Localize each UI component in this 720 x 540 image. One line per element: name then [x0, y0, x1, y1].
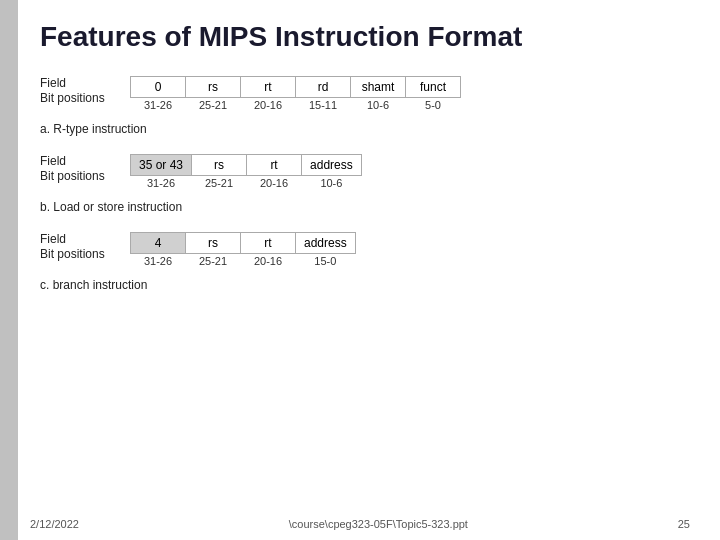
content: Features of MIPS Instruction Format Fiel… — [40, 20, 690, 292]
branch-caption: c. branch instruction — [40, 278, 690, 292]
branch-table: 4 rs rt address 31-26 25-21 20-16 15-0 — [130, 232, 356, 268]
r-type-field-rt: rt — [241, 76, 296, 97]
r-type-field-rs: rs — [186, 76, 241, 97]
r-type-bit-funct: 5-0 — [406, 97, 461, 112]
load-store-field-row: 35 or 43 rs rt address — [131, 154, 362, 175]
load-store-bit-row: 31-26 25-21 20-16 10-6 — [131, 175, 362, 190]
load-store-section: Field Bit positions 35 or 43 rs rt addre… — [40, 154, 690, 214]
branch-table-container: 4 rs rt address 31-26 25-21 20-16 15-0 — [130, 232, 356, 272]
accent-bar — [0, 0, 18, 540]
r-type-field-rd: rd — [296, 76, 351, 97]
r-type-bit-shamt: 10-6 — [351, 97, 406, 112]
r-type-bit-rd: 15-11 — [296, 97, 351, 112]
r-type-field-row: 0 rs rt rd shamt funct — [131, 76, 461, 97]
br-field-address: address — [296, 232, 356, 253]
branch-section: Field Bit positions 4 rs rt address 31- — [40, 232, 690, 292]
r-type-section: Field Bit positions 0 rs rt rd shamt fun… — [40, 76, 690, 136]
ls-field-op: 35 or 43 — [131, 154, 192, 175]
r-type-field-funct: funct — [406, 76, 461, 97]
r-type-bit-row: 31-26 25-21 20-16 15-11 10-6 5-0 — [131, 97, 461, 112]
br-field-op: 4 — [131, 232, 186, 253]
page-title: Features of MIPS Instruction Format — [40, 20, 690, 54]
ls-bit-rt: 20-16 — [247, 175, 302, 190]
ls-bit-rs: 25-21 — [192, 175, 247, 190]
br-bit-rs: 25-21 — [186, 253, 241, 268]
page: Features of MIPS Instruction Format Fiel… — [0, 0, 720, 540]
branch-field-row: 4 rs rt address — [131, 232, 356, 253]
br-field-rt: rt — [241, 232, 296, 253]
field-label-3: Field Bit positions — [40, 232, 120, 263]
r-type-table: 0 rs rt rd shamt funct 31-26 25-21 20-16… — [130, 76, 461, 112]
r-type-caption: a. R-type instruction — [40, 122, 690, 136]
ls-field-rs: rs — [192, 154, 247, 175]
load-store-table-container: 35 or 43 rs rt address 31-26 25-21 20-16… — [130, 154, 362, 194]
load-store-caption: b. Load or store instruction — [40, 200, 690, 214]
footer-date: 2/12/2022 — [30, 518, 79, 530]
r-type-field-shamt: shamt — [351, 76, 406, 97]
br-bit-address: 15-0 — [296, 253, 356, 268]
r-type-bit-rs: 25-21 — [186, 97, 241, 112]
ls-bit-op: 31-26 — [131, 175, 192, 190]
ls-bit-address: 10-6 — [302, 175, 362, 190]
field-label-1: Field Bit positions — [40, 76, 120, 107]
load-store-table: 35 or 43 rs rt address 31-26 25-21 20-16… — [130, 154, 362, 190]
r-type-field-0: 0 — [131, 76, 186, 97]
field-label-2: Field Bit positions — [40, 154, 120, 185]
r-type-row: Field Bit positions 0 rs rt rd shamt fun… — [40, 76, 690, 116]
br-bit-rt: 20-16 — [241, 253, 296, 268]
load-store-row: Field Bit positions 35 or 43 rs rt addre… — [40, 154, 690, 194]
footer: 2/12/2022 \course\cpeg323-05F\Topic5-323… — [30, 518, 690, 530]
r-type-table-container: 0 rs rt rd shamt funct 31-26 25-21 20-16… — [130, 76, 461, 116]
branch-row: Field Bit positions 4 rs rt address 31- — [40, 232, 690, 272]
r-type-bit-0: 31-26 — [131, 97, 186, 112]
br-field-rs: rs — [186, 232, 241, 253]
ls-field-address: address — [302, 154, 362, 175]
br-bit-op: 31-26 — [131, 253, 186, 268]
branch-bit-row: 31-26 25-21 20-16 15-0 — [131, 253, 356, 268]
branch-field-label: Field Bit positions — [40, 232, 120, 265]
footer-page: 25 — [678, 518, 690, 530]
r-type-bit-rt: 20-16 — [241, 97, 296, 112]
load-store-field-label: Field Bit positions — [40, 154, 120, 187]
footer-path: \course\cpeg323-05F\Topic5-323.ppt — [289, 518, 468, 530]
ls-field-rt: rt — [247, 154, 302, 175]
r-type-field-label: Field Bit positions — [40, 76, 120, 109]
